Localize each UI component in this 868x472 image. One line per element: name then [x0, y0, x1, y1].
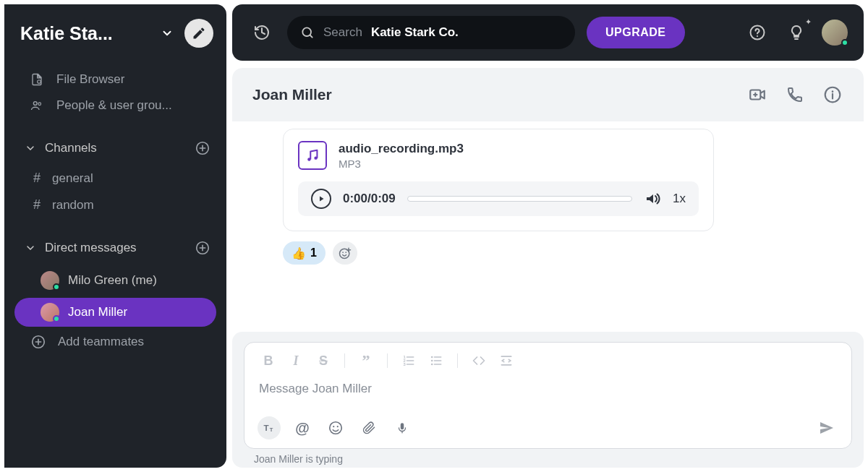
svg-point-26 — [333, 426, 334, 427]
file-icon — [29, 73, 45, 86]
plus-circle-icon — [30, 334, 46, 350]
audio-player: 0:00/0:09 1x — [298, 181, 699, 216]
svg-point-21 — [431, 360, 433, 362]
playback-speed[interactable]: 1x — [673, 192, 686, 206]
quote-button[interactable]: ” — [355, 351, 377, 370]
avatar — [41, 271, 59, 290]
ordered-list-button[interactable]: 123 — [398, 351, 420, 370]
file-meta: audio_recording.mp3 MP3 — [339, 142, 464, 170]
channel-label: general — [52, 171, 93, 186]
caret-down-icon — [25, 242, 38, 254]
file-type: MP3 — [339, 158, 464, 170]
workspace-chevron-icon[interactable] — [157, 23, 177, 43]
bold-button[interactable]: B — [258, 351, 279, 370]
code-block-button[interactable] — [495, 351, 517, 370]
chat-header: Joan Miller — [232, 68, 864, 121]
volume-button[interactable] — [644, 190, 661, 207]
workspace-header: Katie Sta... — [4, 4, 226, 61]
svg-point-12 — [307, 158, 310, 160]
svg-point-0 — [38, 80, 41, 84]
search-input[interactable]: Search Katie Stark Co. — [287, 16, 575, 49]
info-button[interactable] — [822, 84, 843, 106]
italic-button[interactable]: I — [285, 351, 307, 370]
section-label: Direct messages — [45, 241, 186, 255]
compose-button[interactable] — [184, 19, 213, 48]
upgrade-button[interactable]: UPGRADE — [587, 17, 685, 48]
caret-down-icon — [25, 142, 38, 154]
chat-area: Joan Miller audio_recording.mp3 MP — [232, 68, 864, 468]
hash-icon: # — [33, 171, 41, 186]
seek-track[interactable] — [407, 196, 632, 202]
channel-general[interactable]: # general — [4, 165, 226, 192]
music-file-icon — [298, 141, 327, 170]
presence-dot-icon — [841, 39, 848, 46]
reaction-emoji: 👍 — [292, 246, 306, 260]
reaction-thumbsup[interactable]: 👍 1 — [283, 241, 326, 265]
people-icon — [29, 99, 45, 112]
sidebar-section-channels[interactable]: Channels — [4, 129, 226, 165]
channel-label: random — [52, 198, 94, 213]
voice-record-button[interactable] — [391, 416, 414, 439]
svg-text:T: T — [264, 423, 269, 432]
reactions: 👍 1 — [283, 241, 843, 265]
typing-indicator: Joan Miller is typing — [244, 449, 852, 465]
presence-dot-icon — [53, 283, 60, 291]
dm-label: Joan Miller — [68, 305, 127, 319]
mention-button[interactable]: @ — [291, 416, 314, 439]
svg-point-16 — [345, 252, 346, 253]
user-avatar[interactable] — [822, 20, 848, 46]
format-toolbar: B I S ” 123 — [244, 343, 851, 373]
svg-point-1 — [33, 102, 37, 106]
svg-point-27 — [337, 426, 339, 427]
svg-point-11 — [832, 90, 834, 93]
search-icon — [300, 25, 315, 40]
messages: audio_recording.mp3 MP3 0:00/0:09 1x — [232, 121, 864, 319]
history-button[interactable] — [248, 19, 276, 46]
add-channel-button[interactable] — [193, 139, 212, 158]
channel-random[interactable]: # random — [4, 192, 226, 218]
message-input[interactable]: Message Joan Miller — [244, 373, 851, 409]
svg-point-20 — [431, 356, 433, 359]
play-button[interactable] — [311, 189, 331, 209]
bullet-list-button[interactable] — [425, 351, 447, 370]
file-name: audio_recording.mp3 — [339, 142, 464, 156]
text-format-toggle[interactable]: TT — [258, 416, 281, 439]
sidebar-section-dms[interactable]: Direct messages — [4, 228, 226, 265]
send-button[interactable] — [815, 416, 838, 439]
svg-rect-28 — [401, 423, 404, 429]
tips-button[interactable]: ✦ — [783, 19, 810, 46]
hash-icon: # — [33, 197, 41, 213]
presence-dot-icon — [53, 315, 60, 322]
video-call-button[interactable] — [746, 84, 768, 106]
add-dm-button[interactable] — [193, 239, 212, 257]
add-teammates-button[interactable]: Add teammates — [4, 328, 226, 356]
dm-milo-green[interactable]: Milo Green (me) — [14, 266, 216, 295]
avatar — [41, 303, 59, 322]
strike-button[interactable]: S — [312, 351, 334, 370]
dm-label: Milo Green (me) — [68, 273, 157, 288]
attach-button[interactable] — [357, 416, 380, 439]
search-placeholder: Search — [323, 25, 362, 40]
svg-point-15 — [342, 252, 344, 253]
main: Search Katie Stark Co. UPGRADE ✦ Joan Mi… — [226, 0, 868, 472]
add-reaction-button[interactable] — [333, 241, 357, 265]
phone-call-button[interactable] — [784, 84, 806, 106]
sidebar-item-label: File Browser — [56, 72, 124, 87]
workspace-name[interactable]: Katie Sta... — [20, 23, 150, 44]
search-org: Katie Stark Co. — [371, 25, 459, 40]
topbar: Search Katie Stark Co. UPGRADE ✦ — [232, 4, 864, 61]
sidebar-people-groups[interactable]: People & user grou... — [4, 93, 226, 119]
svg-point-2 — [38, 103, 41, 106]
composer-wrap: B I S ” 123 — [232, 332, 864, 468]
sidebar-item-label: People & user grou... — [56, 98, 172, 113]
svg-point-25 — [330, 422, 342, 434]
code-button[interactable] — [468, 351, 490, 370]
audio-attachment-card: audio_recording.mp3 MP3 0:00/0:09 1x — [283, 129, 714, 231]
svg-text:T: T — [270, 426, 273, 433]
playback-time: 0:00/0:09 — [343, 192, 396, 206]
sidebar-file-browser[interactable]: File Browser — [4, 66, 226, 93]
dm-joan-miller[interactable]: Joan Miller — [14, 298, 216, 327]
composer: B I S ” 123 — [244, 342, 852, 449]
emoji-button[interactable] — [324, 416, 347, 439]
help-button[interactable] — [744, 19, 771, 46]
